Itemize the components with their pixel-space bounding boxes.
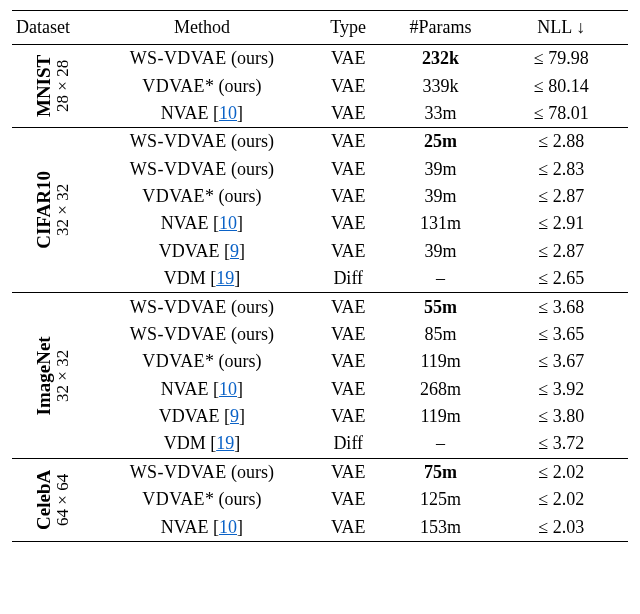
type-cell: VAE [310,376,387,403]
params-cell: 39m [387,183,495,210]
type-cell: VAE [310,45,387,73]
table-row: WS-VDVAE (ours)VAE39m≤ 2.83 [12,156,628,183]
table-row: VDVAE* (ours)VAE339k≤ 80.14 [12,72,628,99]
citation-link[interactable]: 10 [219,213,237,233]
type-cell: VAE [310,100,387,128]
params-cell: 268m [387,376,495,403]
type-cell: VAE [310,403,387,430]
table-row: VDVAE* (ours)VAE125m≤ 2.02 [12,486,628,513]
citation-link[interactable]: 10 [219,379,237,399]
table-row: VDVAE [9]VAE119m≤ 3.80 [12,403,628,430]
nll-cell: ≤ 3.65 [495,321,628,348]
nll-cell: ≤ 2.88 [495,128,628,156]
nll-cell: ≤ 2.02 [495,458,628,486]
table-row: WS-VDVAE (ours)VAE85m≤ 3.65 [12,321,628,348]
method-smallcaps: VDVAE [142,76,205,96]
method-prefix: VDM [ [164,268,217,288]
params-cell: 125m [387,486,495,513]
method-cell: WS-VDVAE (ours) [94,321,310,348]
nll-cell: ≤ 80.14 [495,72,628,99]
dataset-cell: MNIST28 × 28 [12,45,94,128]
dataset-name: MNIST [34,55,54,117]
nll-cell: ≤ 2.83 [495,156,628,183]
citation-link[interactable]: 10 [219,517,237,537]
method-cell: WS-VDVAE (ours) [94,156,310,183]
method-smallcaps: WS-VDVAE [130,297,227,317]
dataset-name: CelebA [34,470,54,530]
nll-cell: ≤ 3.72 [495,430,628,458]
method-smallcaps: VDVAE [142,186,205,206]
params-cell: – [387,430,495,458]
method-smallcaps: WS-VDVAE [130,131,227,151]
table-row: VDM [19]Diff–≤ 3.72 [12,430,628,458]
col-nll: NLL ↓ [495,11,628,45]
type-cell: VAE [310,348,387,375]
nll-cell: ≤ 3.68 [495,293,628,321]
method-suffix: (ours) [227,131,275,151]
type-cell: VAE [310,321,387,348]
params-cell: 119m [387,348,495,375]
type-cell: VAE [310,210,387,237]
table-row: VDM [19]Diff–≤ 2.65 [12,265,628,293]
method-suffix: ] [237,103,243,123]
col-method: Method [94,11,310,45]
citation-link[interactable]: 9 [230,406,239,426]
table-row: ImageNet32 × 32WS-VDVAE (ours)VAE55m≤ 3.… [12,293,628,321]
table-row: CIFAR1032 × 32WS-VDVAE (ours)VAE25m≤ 2.8… [12,128,628,156]
method-cell: NVAE [10] [94,100,310,128]
dataset-size: 64 × 64 [54,470,72,530]
results-table: Dataset Method Type #Params NLL ↓ MNIST2… [12,10,628,542]
method-prefix: VDVAE [ [159,406,230,426]
nll-cell: ≤ 3.67 [495,348,628,375]
params-cell: 25m [387,128,495,156]
method-suffix: ] [239,406,245,426]
nll-cell: ≤ 3.92 [495,376,628,403]
method-prefix: NVAE [ [161,103,219,123]
method-cell: WS-VDVAE (ours) [94,293,310,321]
method-smallcaps: WS-VDVAE [130,324,227,344]
col-type: Type [310,11,387,45]
method-cell: NVAE [10] [94,513,310,541]
params-cell: 339k [387,72,495,99]
type-cell: VAE [310,156,387,183]
method-cell: VDVAE* (ours) [94,72,310,99]
col-params: #Params [387,11,495,45]
method-prefix: VDVAE [ [159,241,230,261]
citation-link[interactable]: 10 [219,103,237,123]
method-suffix: * (ours) [205,351,262,371]
table-row: NVAE [10]VAE131m≤ 2.91 [12,210,628,237]
citation-link[interactable]: 19 [216,433,234,453]
nll-cell: ≤ 2.91 [495,210,628,237]
method-cell: WS-VDVAE (ours) [94,458,310,486]
params-cell: – [387,265,495,293]
citation-link[interactable]: 9 [230,241,239,261]
method-suffix: ] [237,517,243,537]
nll-cell: ≤ 2.03 [495,513,628,541]
table-row: VDVAE* (ours)VAE39m≤ 2.87 [12,183,628,210]
table-row: VDVAE [9]VAE39m≤ 2.87 [12,238,628,265]
table-row: CelebA64 × 64WS-VDVAE (ours)VAE75m≤ 2.02 [12,458,628,486]
params-cell: 33m [387,100,495,128]
nll-cell: ≤ 2.02 [495,486,628,513]
method-cell: WS-VDVAE (ours) [94,128,310,156]
nll-cell: ≤ 2.87 [495,238,628,265]
method-suffix: (ours) [227,159,275,179]
method-suffix: (ours) [227,462,275,482]
params-cell: 131m [387,210,495,237]
type-cell: VAE [310,458,387,486]
params-cell: 85m [387,321,495,348]
type-cell: VAE [310,183,387,210]
method-cell: VDVAE [9] [94,238,310,265]
dataset-size: 28 × 28 [54,55,72,117]
method-cell: VDM [19] [94,430,310,458]
method-prefix: VDM [ [164,433,217,453]
citation-link[interactable]: 19 [216,268,234,288]
type-cell: VAE [310,128,387,156]
type-cell: VAE [310,293,387,321]
nll-cell: ≤ 79.98 [495,45,628,73]
method-prefix: NVAE [ [161,213,219,233]
params-cell: 75m [387,458,495,486]
method-cell: VDM [19] [94,265,310,293]
method-cell: WS-VDVAE (ours) [94,45,310,73]
method-suffix: (ours) [227,324,275,344]
